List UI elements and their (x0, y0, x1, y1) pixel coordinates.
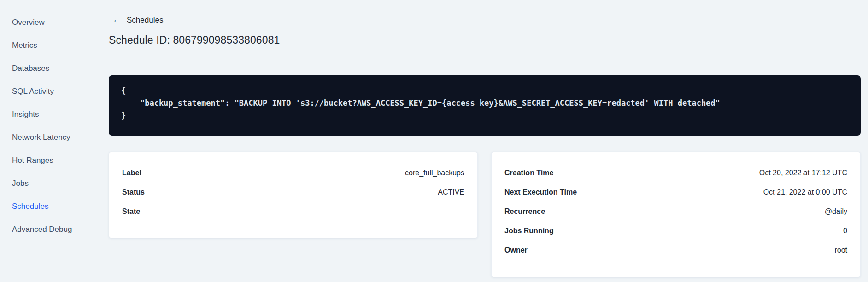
back-link-label: Schedules (127, 16, 163, 25)
detail-row-status: Status ACTIVE (122, 183, 464, 202)
page-title: Schedule ID: 806799098533806081 (109, 34, 280, 46)
code-line: } (121, 109, 848, 122)
row-label: Label (122, 169, 141, 177)
sidebar-item-sql-activity[interactable]: SQL Activity (0, 80, 92, 103)
arrow-left-icon: ← (112, 15, 121, 25)
row-label: Creation Time (504, 169, 553, 177)
sidebar-item-jobs[interactable]: Jobs (0, 172, 92, 195)
schedule-details-card: Label core_full_backups Status ACTIVE St… (109, 152, 478, 238)
sidebar-item-hot-ranges[interactable]: Hot Ranges (0, 149, 92, 172)
code-line: "backup_statement": "BACKUP INTO 's3://b… (121, 97, 848, 109)
schedule-timing-card: Creation Time Oct 20, 2022 at 17:12 UTC … (491, 152, 861, 277)
detail-row-state: State (122, 202, 464, 221)
row-label: Next Execution Time (504, 188, 577, 196)
schedule-definition-code-block: { "backup_statement": "BACKUP INTO 's3:/… (109, 75, 861, 136)
row-value: @daily (825, 207, 847, 216)
detail-row-recurrence: Recurrence @daily (504, 202, 847, 221)
sidebar-item-metrics[interactable]: Metrics (0, 34, 92, 57)
back-to-schedules-link[interactable]: ← Schedules (112, 15, 163, 25)
row-label: Status (122, 188, 145, 196)
code-line: { (121, 85, 848, 97)
detail-row-jobs-running: Jobs Running 0 (504, 221, 847, 241)
sidebar: Overview Metrics Databases SQL Activity … (0, 0, 92, 282)
sidebar-item-overview[interactable]: Overview (0, 11, 92, 34)
detail-row-owner: Owner root (504, 241, 847, 260)
row-value: Oct 21, 2022 at 0:00 UTC (763, 188, 847, 196)
sidebar-item-databases[interactable]: Databases (0, 57, 92, 80)
detail-row-label: Label core_full_backups (122, 163, 464, 183)
sidebar-item-schedules[interactable]: Schedules (0, 195, 92, 218)
detail-row-creation-time: Creation Time Oct 20, 2022 at 17:12 UTC (504, 163, 847, 183)
row-value: root (834, 246, 847, 254)
row-label: Recurrence (504, 207, 545, 216)
row-value: core_full_backups (405, 169, 464, 177)
sidebar-nav-list: Overview Metrics Databases SQL Activity … (0, 11, 92, 241)
row-label: Jobs Running (504, 227, 554, 235)
main-content: ← Schedules Schedule ID: 806799098533806… (109, 0, 861, 282)
sidebar-item-advanced-debug[interactable]: Advanced Debug (0, 218, 92, 241)
row-label: Owner (504, 246, 528, 254)
sidebar-item-network-latency[interactable]: Network Latency (0, 126, 92, 149)
sidebar-item-insights[interactable]: Insights (0, 103, 92, 126)
row-value: 0 (843, 227, 847, 235)
row-value: ACTIVE (438, 188, 464, 196)
row-label: State (122, 207, 140, 216)
detail-row-next-execution-time: Next Execution Time Oct 21, 2022 at 0:00… (504, 183, 847, 202)
row-value: Oct 20, 2022 at 17:12 UTC (759, 169, 847, 177)
